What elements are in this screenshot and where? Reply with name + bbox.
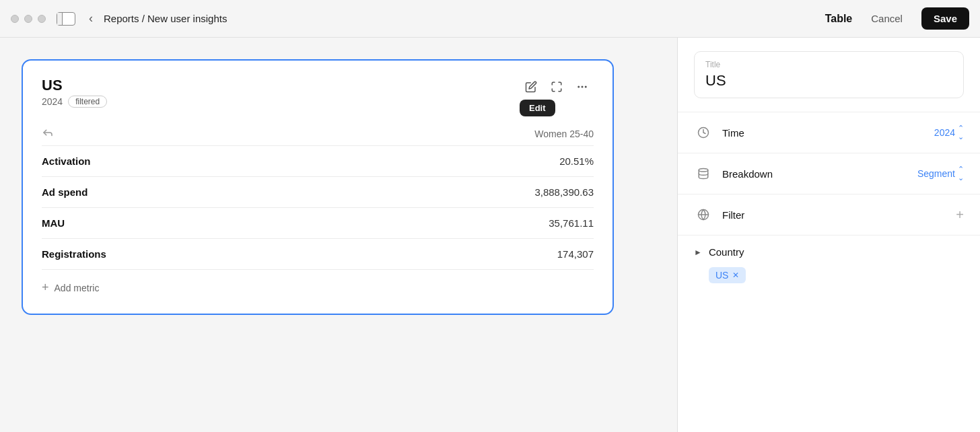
metric-name: Activation (42, 155, 91, 167)
filter-icon (694, 205, 713, 224)
filter-row: Filter + (678, 194, 980, 236)
more-options-button[interactable] (571, 77, 594, 97)
breakdown-row: Breakdown Segment ⌃⌄ (678, 153, 980, 194)
metric-value: 3,888,390.63 (534, 186, 594, 198)
left-panel: US 2024 filtered Edit (0, 38, 677, 432)
svg-point-2 (585, 86, 587, 88)
right-panel: Title US Time 2024 ⌃⌄ (677, 38, 980, 432)
title-field-box[interactable]: Title US (694, 51, 964, 98)
card-subtitle: 2024 filtered (42, 96, 107, 108)
edit-tooltip: Edit (520, 100, 555, 116)
reply-icon (42, 127, 54, 141)
time-chevron-icon: ⌃⌄ (958, 124, 964, 141)
breakdown-label: Breakdown (722, 168, 917, 180)
country-tag: US ✕ (709, 267, 746, 283)
back-button[interactable]: ‹ (86, 9, 96, 28)
ellipsis-icon (576, 81, 588, 93)
time-label: Time (722, 127, 934, 139)
traffic-lights (11, 15, 46, 23)
sidebar-toggle-button[interactable] (57, 12, 75, 26)
metric-name: MAU (42, 217, 65, 229)
traffic-light-maximize[interactable] (38, 15, 46, 23)
edit-button[interactable] (520, 77, 542, 97)
breakdown-value[interactable]: Segment ⌃⌄ (917, 165, 964, 182)
breakdown-icon (694, 164, 713, 183)
main-layout: US 2024 filtered Edit (0, 38, 980, 432)
panel-title: Table (825, 13, 853, 25)
country-tags: US ✕ (694, 267, 964, 283)
card-year: 2024 (42, 96, 63, 107)
card-actions: Edit (520, 77, 594, 97)
add-metric-label: Add metric (55, 283, 100, 293)
card-title: US (42, 77, 107, 94)
metric-row: Ad spend 3,888,390.63 (42, 176, 594, 207)
segment-label: Women 25-40 (534, 129, 594, 139)
title-section: Title US (678, 38, 980, 112)
add-metric-row[interactable]: + Add metric (42, 269, 594, 297)
card: US 2024 filtered Edit (22, 59, 614, 315)
filtered-badge[interactable]: filtered (68, 96, 107, 108)
traffic-light-close[interactable] (11, 15, 19, 23)
resize-icon (551, 81, 563, 93)
breakdown-chevron-icon: ⌃⌄ (958, 165, 964, 182)
traffic-light-minimize[interactable] (24, 15, 32, 23)
metric-row: MAU 35,761.11 (42, 207, 594, 238)
titlebar-right: Table Cancel Save (825, 7, 969, 30)
add-icon: + (42, 281, 49, 295)
metric-row: Registrations 174,307 (42, 238, 594, 269)
resize-button[interactable] (545, 77, 568, 97)
cancel-button[interactable]: Cancel (863, 9, 911, 28)
title-field-value: US (705, 72, 952, 89)
metric-row: Activation 20.51% (42, 145, 594, 176)
metric-name: Ad spend (42, 186, 88, 198)
metric-name: Registrations (42, 248, 106, 260)
svg-point-1 (582, 86, 584, 88)
metric-value: 174,307 (557, 248, 594, 260)
country-chevron-icon[interactable]: ► (694, 248, 702, 257)
country-section: ► Country US ✕ (678, 236, 980, 294)
titlebar: ‹ Reports / New user insights Table Canc… (0, 0, 980, 38)
svg-point-4 (699, 169, 708, 172)
card-table: Women 25-40 Activation 20.51% Ad spend 3… (42, 120, 594, 297)
time-row: Time 2024 ⌃⌄ (678, 112, 980, 153)
metric-rows: Activation 20.51% Ad spend 3,888,390.63 … (42, 145, 594, 269)
time-icon (694, 123, 713, 142)
metric-value: 20.51% (559, 155, 594, 167)
metric-value: 35,761.11 (549, 217, 594, 229)
filter-add-button[interactable]: + (956, 207, 964, 223)
time-value[interactable]: 2024 ⌃⌄ (934, 124, 964, 141)
pencil-icon (525, 81, 537, 93)
country-label: Country (709, 246, 744, 258)
segment-row: Women 25-40 (42, 120, 594, 145)
card-header: US 2024 filtered Edit (42, 77, 594, 108)
card-title-group: US 2024 filtered (42, 77, 107, 108)
svg-point-0 (578, 86, 580, 88)
sidebar-toggle-inner (57, 13, 63, 25)
filter-label: Filter (722, 209, 956, 221)
title-field-label: Title (705, 60, 952, 69)
country-tag-remove-button[interactable]: ✕ (732, 271, 739, 280)
country-tag-label: US (715, 270, 728, 281)
country-header: ► Country (694, 246, 964, 258)
breadcrumb: Reports / New user insights (104, 13, 227, 24)
save-button[interactable]: Save (921, 7, 969, 30)
